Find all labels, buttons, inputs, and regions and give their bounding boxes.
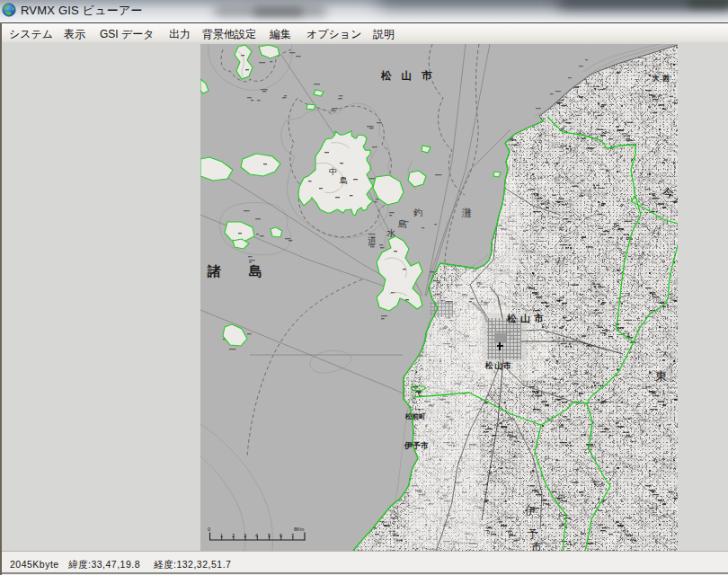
svg-text:大西: 大西 [653,75,672,83]
svg-text:8Km: 8Km [294,526,305,532]
svg-text:諸島: 諸島 [207,263,290,279]
svg-text:伊: 伊 [525,505,536,518]
svg-text:今: 今 [662,186,674,199]
svg-text:6: 6 [280,533,282,538]
svg-text:4: 4 [255,533,258,538]
svg-text:1: 1 [220,533,223,538]
svg-text:松前町: 松前町 [404,412,426,420]
svg-text:灘: 灘 [461,208,472,218]
svg-text:東: 東 [655,369,667,383]
svg-text:松山市: 松山市 [506,313,547,323]
svg-text:2: 2 [232,533,235,538]
svg-text:3: 3 [244,533,246,538]
svg-text:松山市: 松山市 [484,361,512,370]
svg-text:5: 5 [268,533,271,538]
svg-text:伊予市: 伊予市 [404,441,429,450]
svg-text:島: 島 [340,176,348,185]
svg-text:釣: 釣 [413,208,422,217]
svg-text:島: 島 [398,219,407,229]
svg-text:7: 7 [291,533,294,538]
svg-text:水: 水 [386,228,395,238]
svg-text:道: 道 [368,235,377,245]
svg-text:0: 0 [208,526,210,532]
svg-text:予: 予 [528,527,538,540]
svg-text:市: 市 [531,541,542,551]
svg-text:中: 中 [329,167,337,176]
svg-text:松山市: 松山市 [380,69,442,81]
